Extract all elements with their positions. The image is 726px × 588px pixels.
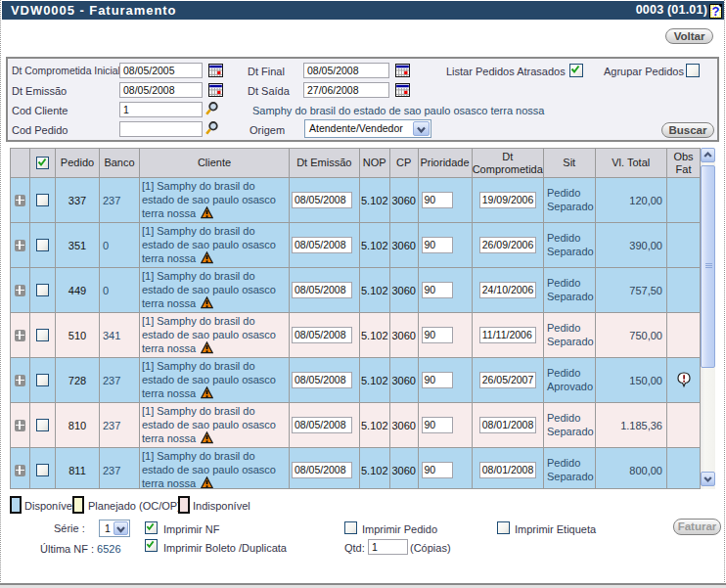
svg-text:?: ?: [712, 4, 720, 19]
